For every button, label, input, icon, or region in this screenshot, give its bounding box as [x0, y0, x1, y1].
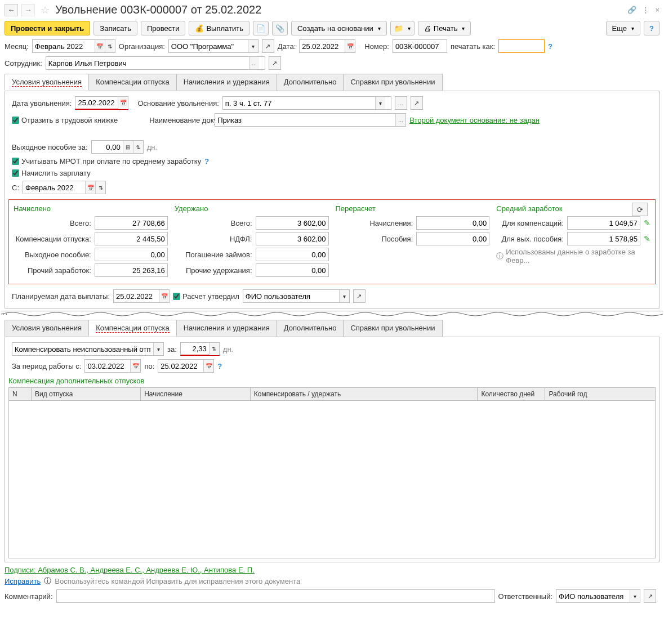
org-open-button[interactable]: ↗ — [262, 39, 274, 53]
avg-sev-value[interactable] — [567, 232, 640, 245]
basis-open-button[interactable]: ↗ — [411, 96, 423, 110]
basis-input[interactable]: ▾ — [222, 96, 391, 110]
help-icon[interactable]: ? — [548, 42, 552, 51]
spinner-icon[interactable]: ⇅ — [95, 181, 105, 194]
print-as-input[interactable] — [498, 39, 545, 53]
tab-accruals-2[interactable]: Начисления и удержания — [176, 320, 277, 337]
other-with-value[interactable] — [256, 263, 329, 277]
ndfl-value[interactable] — [256, 232, 329, 245]
comp-value[interactable] — [95, 232, 168, 245]
signatures-link[interactable]: Подписи: Абрамов С. В., Андреева Е. С., … — [5, 566, 255, 574]
avg-comp-value[interactable] — [567, 216, 640, 230]
calendar-icon[interactable]: 📅 — [95, 40, 105, 52]
calendar-icon[interactable]: 📅 — [345, 40, 355, 52]
doc-icon-button[interactable]: 📄 — [253, 21, 269, 35]
lower-tabs: Условия увольнения Компенсации отпуска Н… — [5, 320, 659, 337]
responsible-input[interactable]: ▾ — [556, 589, 640, 603]
tab-certificates-2[interactable]: Справки при увольнении — [343, 320, 442, 337]
info-icon: ⓘ — [44, 576, 51, 586]
calendar-icon[interactable]: 📅 — [118, 97, 128, 109]
approved-open-button[interactable]: ↗ — [353, 289, 366, 303]
create-based-button[interactable]: Создать на основании — [291, 21, 387, 35]
close-window-icon[interactable]: × — [655, 6, 659, 14]
refresh-button[interactable]: ⟳ — [632, 203, 648, 216]
spinner-icon[interactable]: ⇅ — [209, 343, 219, 355]
for-input[interactable]: ⇅ — [180, 342, 220, 356]
second-doc-link[interactable]: Второй документ основание: не задан — [409, 116, 540, 124]
spinner-icon[interactable]: ⇅ — [105, 40, 115, 52]
severance-input[interactable]: ⊞⇅ — [91, 140, 144, 154]
kebab-menu-icon[interactable]: ⋮ — [642, 6, 649, 14]
post-and-close-button[interactable]: Провести и закрыть — [5, 21, 90, 35]
org-input[interactable]: ▾ — [168, 39, 259, 53]
from-input[interactable]: 📅⇅ — [23, 181, 106, 194]
withheld-total[interactable] — [256, 216, 329, 230]
dropdown-icon[interactable]: ▾ — [630, 590, 640, 602]
help-icon[interactable]: ? — [204, 157, 209, 166]
approved-by-input[interactable]: ▾ — [243, 289, 350, 303]
recalc-ben-value[interactable] — [416, 232, 489, 245]
favorite-star-icon[interactable]: ☆ — [41, 4, 50, 16]
table-body-empty[interactable] — [8, 401, 656, 558]
dropdown-icon[interactable]: ▾ — [375, 97, 385, 109]
comp-select[interactable]: ▾ — [12, 342, 164, 356]
dropdown-icon[interactable]: ▾ — [248, 40, 258, 52]
help-button[interactable]: ? — [644, 21, 659, 35]
tab-accruals[interactable]: Начисления и удержания — [176, 74, 277, 91]
employee-input[interactable]: … — [46, 56, 265, 70]
accrued-total[interactable] — [95, 216, 168, 230]
other-value[interactable] — [95, 263, 168, 277]
calc-icon[interactable]: ⊞ — [123, 141, 133, 153]
tab-certificates[interactable]: Справки при увольнении — [343, 74, 442, 91]
link-icon[interactable]: 🔗 — [627, 6, 636, 14]
period-from-input[interactable]: 📅 — [84, 359, 141, 373]
save-button[interactable]: Записать — [93, 21, 137, 35]
ellipsis-icon[interactable]: … — [249, 57, 259, 69]
loan-value[interactable] — [256, 248, 329, 261]
calendar-icon[interactable]: 📅 — [159, 290, 169, 302]
edit-pencil-icon[interactable]: ✎ — [644, 218, 650, 227]
reflect-checkbox[interactable]: Отразить в трудовой книжке — [12, 116, 118, 124]
tab-vacation-compensation[interactable]: Компенсации отпуска — [88, 74, 177, 91]
employee-open-button[interactable]: ↗ — [269, 56, 281, 70]
approved-checkbox[interactable]: Расчет утвердил — [173, 292, 239, 301]
withheld-heading: Удержано — [175, 204, 329, 213]
nav-back-button[interactable]: ← — [5, 4, 18, 16]
calendar-icon[interactable]: 📅 — [85, 181, 95, 194]
print-button[interactable]: 🖨Печать — [418, 21, 471, 35]
calendar-icon[interactable]: 📅 — [203, 360, 213, 372]
pay-date-input[interactable]: 📅 — [113, 289, 170, 303]
date-input[interactable]: 📅 — [299, 39, 355, 53]
doc-name-input[interactable]: … — [215, 113, 406, 127]
more-button[interactable]: Еще — [606, 21, 640, 35]
tab-vacation-compensation-2[interactable]: Компенсации отпуска — [88, 320, 177, 337]
calendar-icon[interactable]: 📅 — [130, 360, 140, 372]
comment-input[interactable] — [56, 589, 495, 603]
nav-forward-button[interactable]: → — [21, 4, 35, 16]
pay-button[interactable]: 💰Выплатить — [189, 21, 249, 35]
tab-additional-2[interactable]: Дополнительно — [277, 320, 344, 337]
ellipsis-icon[interactable]: … — [395, 114, 405, 126]
help-icon[interactable]: ? — [217, 362, 222, 370]
sev-value[interactable] — [95, 248, 168, 261]
accrue-checkbox[interactable]: Начислить зарплату — [12, 169, 91, 177]
folder-dropdown-button[interactable]: 📁 — [390, 21, 415, 35]
edit-pencil-icon[interactable]: ✎ — [644, 234, 650, 243]
fix-link[interactable]: Исправить — [5, 577, 41, 585]
period-to-input[interactable]: 📅 — [158, 359, 214, 373]
responsible-open-button[interactable]: ↗ — [644, 589, 656, 603]
spinner-icon[interactable]: ⇅ — [133, 141, 143, 153]
recalc-acc-value[interactable] — [416, 216, 489, 230]
month-input[interactable]: 📅⇅ — [32, 39, 115, 53]
dropdown-icon[interactable]: ▾ — [339, 290, 349, 302]
dropdown-icon[interactable]: ▾ — [153, 343, 163, 355]
mrot-checkbox[interactable]: Учитывать МРОТ при оплате по среднему за… — [12, 157, 201, 166]
tab-dismissal-conditions[interactable]: Условия увольнения — [5, 74, 89, 91]
basis-ellipsis-button[interactable]: … — [395, 96, 407, 110]
post-button[interactable]: Провести — [141, 21, 186, 35]
attach-icon-button[interactable]: 📎 — [272, 21, 288, 35]
tab-dismissal-conditions-2[interactable]: Условия увольнения — [5, 320, 89, 337]
number-input[interactable] — [393, 39, 447, 53]
dismiss-date-input[interactable]: 📅 — [75, 96, 128, 110]
tab-additional[interactable]: Дополнительно — [277, 74, 344, 91]
